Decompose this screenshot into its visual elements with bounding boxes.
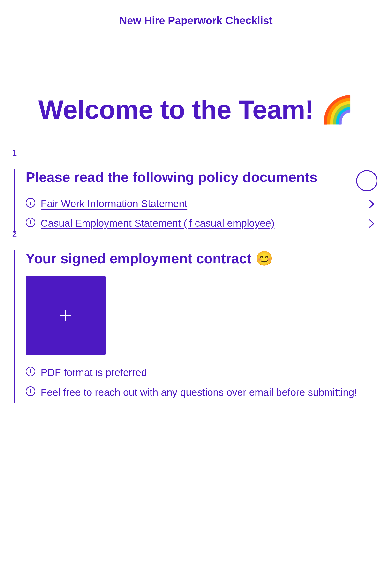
hint-row-1: PDF format is preferred <box>26 363 380 383</box>
info-icon <box>26 386 35 396</box>
section-1: 1 Please read the following policy docum… <box>12 169 380 233</box>
policy-link-2[interactable]: Casual Employment Statement (if casual e… <box>41 217 364 230</box>
section-1-header-row: Please read the following policy documen… <box>26 169 380 194</box>
policy-link-row-1[interactable]: Fair Work Information Statement <box>26 194 380 214</box>
chevron-right-icon <box>369 200 375 208</box>
chevron-right-icon <box>369 219 375 228</box>
info-icon <box>26 198 35 208</box>
section-2-title: Your signed employment contract 😊 <box>26 250 380 267</box>
section-2: 2 Your signed employment contract 😊 PDF … <box>12 250 380 403</box>
welcome-heading: Welcome to the Team! 🌈 <box>26 94 366 125</box>
hint-1: PDF format is preferred <box>41 366 380 380</box>
section-2-body: Your signed employment contract 😊 PDF fo… <box>14 250 380 403</box>
section-1-body: Please read the following policy documen… <box>14 169 380 233</box>
page-container: New Hire Paperwork Checklist Welcome to … <box>0 0 392 448</box>
header-title: New Hire Paperwork Checklist <box>12 14 380 26</box>
hint-row-2: Feel free to reach out with any question… <box>26 382 380 403</box>
upload-button[interactable] <box>26 276 106 356</box>
hint-2: Feel free to reach out with any question… <box>41 386 380 399</box>
policy-link-row-2[interactable]: Casual Employment Statement (if casual e… <box>26 214 380 233</box>
info-icon <box>26 218 35 227</box>
section-1-title: Please read the following policy documen… <box>26 169 346 186</box>
plus-icon <box>58 308 72 322</box>
info-icon <box>26 366 35 376</box>
section-1-checkbox[interactable] <box>356 170 378 192</box>
policy-link-1[interactable]: Fair Work Information Statement <box>41 198 364 210</box>
section-number-1: 1 <box>12 148 17 158</box>
section-number-2: 2 <box>12 229 17 239</box>
